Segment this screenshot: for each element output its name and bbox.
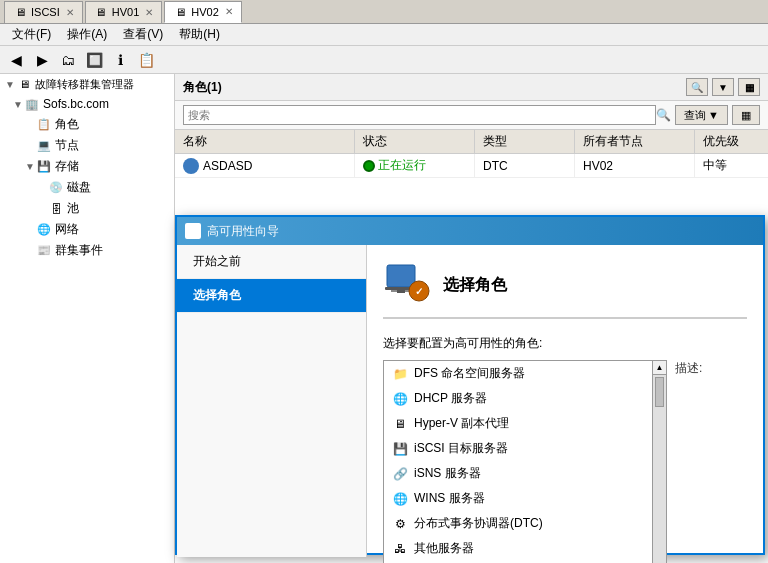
menu-bar: 文件(F) 操作(A) 查看(V) 帮助(H)	[0, 24, 768, 46]
role-label: 角色	[55, 116, 79, 133]
col-status: 状态	[355, 130, 475, 153]
isns-icon: 🔗	[392, 466, 408, 482]
list-item-dtc[interactable]: ⚙ 分布式事务协调器(DTC)	[384, 511, 652, 536]
tab-iscsi[interactable]: 🖥 ISCSI ✕	[4, 1, 83, 23]
table-row[interactable]: ASDASD 正在运行 DTC HV02 中等	[175, 154, 768, 178]
svg-rect-0	[387, 265, 415, 287]
view-button[interactable]: ▦	[732, 105, 760, 125]
scroll-up[interactable]: ▲	[653, 361, 666, 375]
toolbar: ◀ ▶ 🗂 🔲 ℹ 📋	[0, 46, 768, 74]
col-priority: 优先级	[695, 130, 768, 153]
wizard-icon-header: ✓ 选择角色	[383, 261, 747, 319]
expand-storage[interactable]: ▼	[24, 161, 36, 173]
svg-text:✓: ✓	[415, 286, 423, 297]
tree-manager[interactable]: ▼ 🖥 故障转移群集管理器	[0, 74, 174, 94]
cell-owner: HV02	[575, 154, 695, 177]
storage-icon: 💾	[36, 159, 52, 175]
wizard-list-label: 选择要配置为高可用性的角色:	[383, 335, 747, 352]
sofs-icon: 🏢	[24, 96, 40, 112]
nodes-label: 节点	[55, 137, 79, 154]
manager-icon: 🖥	[16, 76, 32, 92]
nodes-icon: 💻	[36, 138, 52, 154]
up-button[interactable]: 🗂	[56, 49, 80, 71]
tree-nodes[interactable]: ▶ 💻 节点	[0, 135, 174, 156]
cell-priority: 中等	[695, 154, 768, 177]
search-bar: 🔍 查询 ▼ ▦	[175, 101, 768, 130]
sofs-label: Sofs.bc.com	[43, 97, 109, 111]
wizard-list-items: 📁 DFS 命名空间服务器 🌐 DHCP 服务器 🖥 Hyper-V 副本代理	[384, 361, 652, 563]
wizard-title-bar: 🖥 高可用性向导	[177, 217, 763, 245]
tree-role[interactable]: ▶ 📋 角色	[0, 114, 174, 135]
list-item-isns[interactable]: 🔗 iSNS 服务器	[384, 461, 652, 486]
tab-hv02[interactable]: 🖥 HV02 ✕	[164, 1, 242, 23]
close-hv01[interactable]: ✕	[145, 7, 153, 18]
expand-manager[interactable]: ▼	[4, 78, 16, 90]
menu-help[interactable]: 帮助(H)	[171, 24, 228, 45]
tree-network[interactable]: ▶ 🌐 网络	[0, 219, 174, 240]
search-icon: 🔍	[656, 108, 671, 122]
table-header: 名称 状态 类型 所有者节点 优先级 信	[175, 130, 768, 154]
list-item-other[interactable]: 🖧 其他服务器	[384, 536, 652, 561]
cell-status: 正在运行	[355, 154, 475, 177]
cell-name: ASDASD	[175, 154, 355, 177]
help-button[interactable]: 📋	[134, 49, 158, 71]
list-item-dfs[interactable]: 📁 DFS 命名空间服务器	[384, 361, 652, 386]
wizard-role-list[interactable]: 📁 DFS 命名空间服务器 🌐 DHCP 服务器 🖥 Hyper-V 副本代理	[383, 360, 667, 563]
search-input[interactable]	[183, 105, 656, 125]
wizard-list-row: 📁 DFS 命名空间服务器 🌐 DHCP 服务器 🖥 Hyper-V 副本代理	[383, 360, 747, 563]
pool-label: 池	[67, 200, 79, 217]
cell-type: DTC	[475, 154, 575, 177]
properties-button[interactable]: ℹ	[108, 49, 132, 71]
wizard-description: 描述:	[667, 360, 747, 563]
wizard-nav-start[interactable]: 开始之前	[177, 245, 366, 279]
role-icon: 📋	[36, 117, 52, 133]
wizard-title-icon: 🖥	[185, 223, 201, 239]
back-button[interactable]: ◀	[4, 49, 28, 71]
other-icon: 🖧	[392, 541, 408, 557]
list-scrollbar[interactable]: ▲ ▼	[652, 361, 666, 563]
svg-rect-3	[397, 289, 405, 293]
disk-label: 磁盘	[67, 179, 91, 196]
menu-view[interactable]: 查看(V)	[115, 24, 171, 45]
network-label: 网络	[55, 221, 79, 238]
tree-storage[interactable]: ▼ 💾 存储	[0, 156, 174, 177]
dtc-icon: ⚙	[392, 516, 408, 532]
tab-bar: 🖥 ISCSI ✕ 🖥 HV01 ✕ 🖥 HV02 ✕	[0, 0, 768, 24]
status-dot	[363, 160, 375, 172]
forward-button[interactable]: ▶	[30, 49, 54, 71]
list-item-hyperv[interactable]: 🖥 Hyper-V 副本代理	[384, 411, 652, 436]
wizard-list-area: 选择要配置为高可用性的角色: 📁 DFS 命名空间服务器 🌐 DHCP	[383, 335, 747, 563]
panel-ctrl-search[interactable]: 🔍	[686, 78, 708, 96]
storage-label: 存储	[55, 158, 79, 175]
left-panel: ▼ 🖥 故障转移群集管理器 ▼ 🏢 Sofs.bc.com ▶ 📋 角色 ▶ 💻…	[0, 74, 175, 563]
tree-sofs[interactable]: ▼ 🏢 Sofs.bc.com	[0, 94, 174, 114]
tree-events[interactable]: ▶ 📰 群集事件	[0, 240, 174, 261]
wizard-nav-role[interactable]: 选择角色	[177, 279, 366, 313]
wins-icon: 🌐	[392, 491, 408, 507]
panel-ctrl-menu[interactable]: ▼	[712, 78, 734, 96]
close-iscsi[interactable]: ✕	[66, 7, 74, 18]
panel-header: 角色(1) 🔍 ▼ ▦	[175, 74, 768, 101]
tree-pool[interactable]: ▶ 🗄 池	[0, 198, 174, 219]
wizard-heading: 选择角色	[443, 275, 507, 296]
events-label: 群集事件	[55, 242, 103, 259]
search-button[interactable]: 查询 ▼	[675, 105, 728, 125]
list-item-wins[interactable]: 🌐 WINS 服务器	[384, 486, 652, 511]
tab-hv01[interactable]: 🖥 HV01 ✕	[85, 1, 163, 23]
expand-sofs[interactable]: ▼	[12, 98, 24, 110]
list-item-dhcp[interactable]: 🌐 DHCP 服务器	[384, 386, 652, 411]
hyperv-icon: 🖥	[392, 416, 408, 432]
iscsi-icon: 🖥	[13, 5, 27, 19]
panel-ctrl-cols[interactable]: ▦	[738, 78, 760, 96]
hv01-icon: 🖥	[94, 5, 108, 19]
menu-action[interactable]: 操作(A)	[59, 24, 115, 45]
close-hv02[interactable]: ✕	[225, 6, 233, 17]
status-indicator: 正在运行	[363, 157, 426, 174]
wizard-title: 高可用性向导	[207, 223, 279, 240]
refresh-button[interactable]: 🔲	[82, 49, 106, 71]
list-item-iscsi[interactable]: 💾 iSCSI 目标服务器	[384, 436, 652, 461]
menu-file[interactable]: 文件(F)	[4, 24, 59, 45]
scroll-track	[653, 375, 666, 563]
tree-disk[interactable]: ▶ 💿 磁盘	[0, 177, 174, 198]
wizard-content: 开始之前 选择角色 ✓	[177, 245, 763, 557]
